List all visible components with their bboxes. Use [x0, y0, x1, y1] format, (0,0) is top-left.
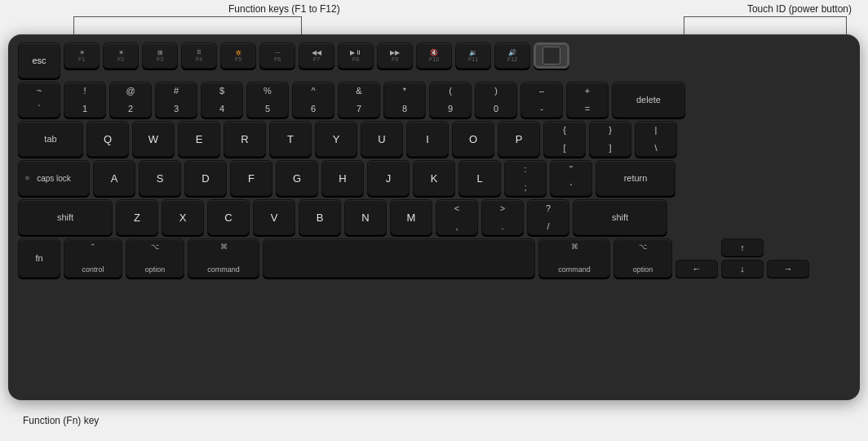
key-p[interactable]: P — [498, 121, 540, 157]
key-e[interactable]: E — [178, 121, 220, 157]
arrow-cluster: ← ↑ ↓ → — [675, 238, 809, 278]
key-semicolon[interactable]: : ; — [504, 160, 547, 196]
key-3[interactable]: # 3 — [155, 82, 197, 118]
key-2[interactable]: @ 2 — [109, 82, 152, 118]
bracket-fn-right — [301, 16, 302, 34]
key-6[interactable]: ^ 6 — [292, 82, 334, 118]
key-s[interactable]: S — [139, 160, 181, 196]
bracket-touchid-left — [684, 16, 684, 34]
key-u[interactable]: U — [361, 121, 403, 157]
key-backslash[interactable]: | \ — [635, 121, 677, 157]
arrow-up-down-col: ↑ ↓ — [721, 238, 764, 278]
key-d[interactable]: D — [184, 160, 227, 196]
key-4[interactable]: $ 4 — [201, 82, 243, 118]
key-f9[interactable]: ▶▶ F9 — [377, 42, 413, 69]
key-capslock[interactable]: caps lock — [18, 160, 90, 196]
key-q[interactable]: Q — [86, 121, 129, 157]
key-f3[interactable]: ⊞ F3 — [142, 42, 178, 69]
key-esc[interactable]: esc — [18, 42, 60, 78]
key-1[interactable]: ! 1 — [64, 82, 106, 118]
key-a[interactable]: A — [93, 160, 135, 196]
key-o[interactable]: O — [452, 121, 494, 157]
key-quote[interactable]: " ' — [550, 160, 592, 196]
key-space[interactable] — [263, 238, 535, 278]
key-backtick[interactable]: ~ ` — [18, 82, 60, 118]
function-keys-label: Function keys (F1 to F12) — [228, 3, 340, 15]
key-arrow-left[interactable]: ← — [675, 260, 718, 278]
key-rbracket[interactable]: } ] — [589, 121, 631, 157]
key-return[interactable]: return — [596, 160, 675, 196]
bracket-fn-top — [73, 16, 302, 17]
key-v[interactable]: V — [253, 199, 295, 235]
key-n[interactable]: N — [344, 199, 387, 235]
key-command-left[interactable]: ⌘ command — [188, 238, 259, 278]
key-shift-right[interactable]: shift — [573, 199, 667, 235]
fn-key-row: esc ☀ F1 ☀ F2 ⊞ F3 ⠿ F4 🔅 F5 ⋯ F6 ◀◀ — [18, 42, 850, 78]
key-z[interactable]: Z — [116, 199, 158, 235]
key-f6[interactable]: ⋯ F6 — [259, 42, 295, 69]
key-t[interactable]: T — [269, 121, 312, 157]
fn-key-label: Function (Fn) key — [23, 415, 99, 426]
key-w[interactable]: W — [132, 121, 175, 157]
bracket-touchid-top — [684, 16, 847, 17]
key-j[interactable]: J — [367, 160, 410, 196]
key-f1[interactable]: ☀ F1 — [64, 42, 100, 69]
number-row: ~ ` ! 1 @ 2 # 3 $ 4 % 5 ^ 6 & 7 — [18, 82, 850, 118]
key-i[interactable]: I — [406, 121, 449, 157]
key-tab[interactable]: tab — [18, 121, 83, 157]
key-7[interactable]: & 7 — [338, 82, 380, 118]
key-f10[interactable]: 🔇 F10 — [416, 42, 452, 69]
key-f5[interactable]: 🔅 F5 — [220, 42, 256, 69]
zxcv-row: shift Z X C V B N M < , > . ? / shift — [18, 199, 850, 235]
key-b[interactable]: B — [299, 199, 341, 235]
key-0[interactable]: ) 0 — [475, 82, 517, 118]
key-f7[interactable]: ◀◀ F7 — [299, 42, 334, 69]
key-shift-left[interactable]: shift — [18, 199, 113, 235]
key-period[interactable]: > . — [481, 199, 524, 235]
key-minus[interactable]: – - — [520, 82, 563, 118]
key-c[interactable]: C — [207, 199, 250, 235]
key-y[interactable]: Y — [315, 121, 357, 157]
key-arrow-up[interactable]: ↑ — [721, 238, 764, 256]
key-x[interactable]: X — [162, 199, 204, 235]
bracket-fn-left — [73, 16, 74, 34]
key-arrow-right[interactable]: → — [767, 260, 809, 278]
key-h[interactable]: H — [321, 160, 364, 196]
key-option-right[interactable]: ⌥ option — [613, 238, 672, 278]
key-m[interactable]: M — [390, 199, 432, 235]
key-slash[interactable]: ? / — [527, 199, 569, 235]
key-k[interactable]: K — [413, 160, 455, 196]
caps-indicator — [25, 176, 29, 180]
qwerty-row: tab Q W E R T Y U I O P { [ } ] | \ — [18, 121, 850, 157]
asdf-row: caps lock A S D F G H J K L : ; " ' retu… — [18, 160, 850, 196]
modifier-row: fn ⌃ control ⌥ option ⌘ command ⌘ comman… — [18, 238, 850, 278]
key-f11[interactable]: 🔉 F11 — [455, 42, 491, 69]
key-lbracket[interactable]: { [ — [543, 121, 586, 157]
key-f[interactable]: F — [230, 160, 272, 196]
key-touchid[interactable] — [534, 42, 569, 69]
keyboard: esc ☀ F1 ☀ F2 ⊞ F3 ⠿ F4 🔅 F5 ⋯ F6 ◀◀ — [8, 34, 860, 400]
key-f12[interactable]: 🔊 F12 — [494, 42, 530, 69]
key-l[interactable]: L — [458, 160, 501, 196]
key-8[interactable]: * 8 — [383, 82, 426, 118]
fn-key-annotation: Function (Fn) key — [23, 415, 99, 426]
function-keys-annotation: Function keys (F1 to F12) — [228, 3, 340, 15]
key-equals[interactable]: + = — [566, 82, 609, 118]
key-r[interactable]: R — [224, 121, 266, 157]
key-5[interactable]: % 5 — [246, 82, 289, 118]
key-g[interactable]: G — [276, 160, 318, 196]
key-delete[interactable]: delete — [612, 82, 685, 118]
touchid-annotation: Touch ID (power button) — [747, 3, 852, 15]
key-control[interactable]: ⌃ control — [64, 238, 122, 278]
key-option-left[interactable]: ⌥ option — [126, 238, 184, 278]
key-comma[interactable]: < , — [436, 199, 478, 235]
bracket-touchid-right — [846, 16, 847, 34]
key-f2[interactable]: ☀ F2 — [103, 42, 139, 69]
key-f8[interactable]: ▶⏸ F8 — [338, 42, 374, 69]
key-fn[interactable]: fn — [18, 238, 60, 278]
key-command-right[interactable]: ⌘ command — [538, 238, 610, 278]
touchid-label: Touch ID (power button) — [747, 3, 852, 15]
key-9[interactable]: ( 9 — [429, 82, 472, 118]
key-f4[interactable]: ⠿ F4 — [181, 42, 217, 69]
key-arrow-down[interactable]: ↓ — [721, 260, 764, 278]
